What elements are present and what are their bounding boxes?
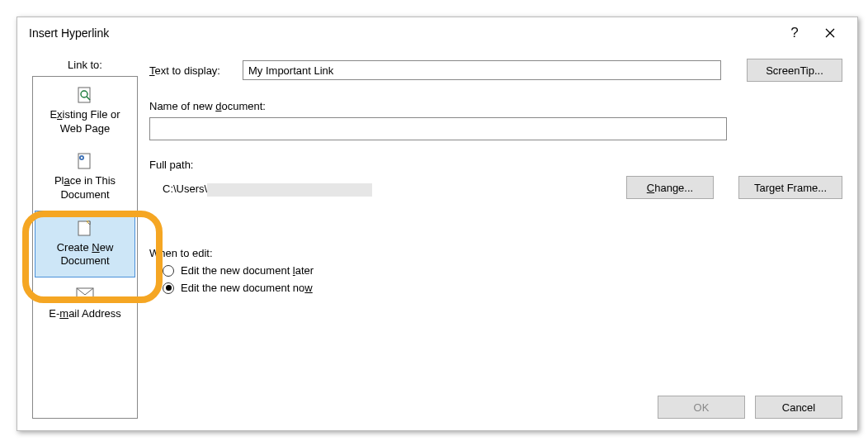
edit-later-radio[interactable]: Edit the new document later [149,264,842,277]
link-to-list: Existing File or Web Page Place in This … [32,76,138,419]
place-in-document-icon [75,151,95,171]
change-button[interactable]: Change... [626,176,714,199]
svg-point-7 [81,157,83,159]
text-to-display-label: Text to display: [149,64,236,77]
link-to-existing-file[interactable]: Existing File or Web Page [35,78,135,145]
edit-now-radio[interactable]: Edit the new document now [149,282,842,294]
dialog-footer: OK Cancel [658,396,842,419]
main-panel: Text to display: ScreenTip... Name of ne… [149,59,842,419]
name-of-new-document-input[interactable] [149,117,727,140]
target-frame-button[interactable]: Target Frame... [738,176,842,199]
full-path-value: C:\Users\ [149,176,618,197]
redacted-path [207,183,372,197]
title-bar: Insert Hyperlink ? [17,17,857,49]
when-to-edit-label: When to edit: [149,247,842,259]
link-to-column: Link to: Existing File or Web Page Place… [32,59,138,419]
cancel-button[interactable]: Cancel [755,396,842,419]
ok-button[interactable]: OK [658,396,745,419]
edit-now-label: Edit the new document now [181,282,313,294]
svg-rect-2 [78,88,90,102]
screentip-button[interactable]: ScreenTip... [747,59,842,82]
existing-file-icon [75,85,95,105]
dialog-title: Insert Hyperlink [29,26,778,40]
close-icon [825,28,835,38]
email-address-icon [75,284,95,304]
close-button[interactable] [811,20,849,46]
text-to-display-input[interactable] [243,60,721,80]
link-to-label: Link to: [68,59,102,71]
full-path-label: Full path: [149,159,842,171]
radio-icon [163,265,174,277]
help-button[interactable]: ? [778,20,811,46]
link-to-create-new-document[interactable]: Create New Document [35,211,135,278]
edit-later-label: Edit the new document later [181,264,314,277]
name-of-new-document-label: Name of new document: [149,100,842,112]
radio-icon [163,282,174,294]
insert-hyperlink-dialog: Insert Hyperlink ? Link to: Existing Fil… [17,17,858,431]
link-to-email-address[interactable]: E-mail Address [35,277,135,330]
link-to-place-in-document[interactable]: Place in This Document [35,145,135,211]
create-new-document-icon [75,218,95,238]
